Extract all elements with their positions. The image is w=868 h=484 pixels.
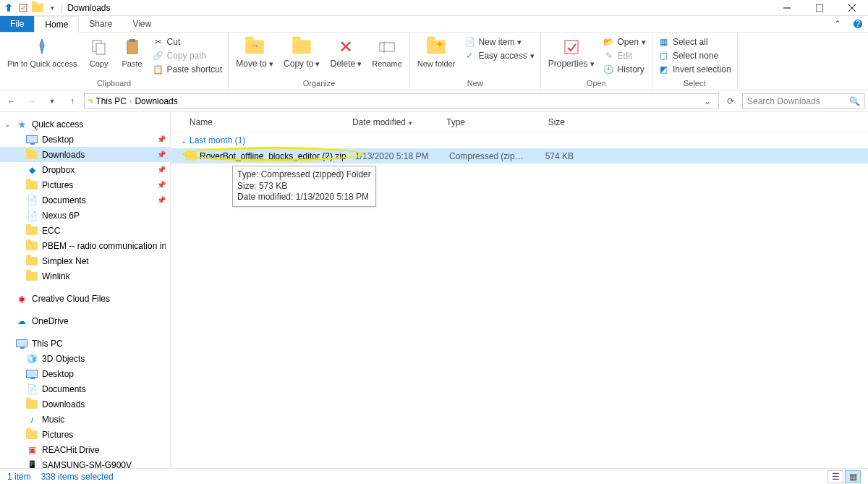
paste-button[interactable]: Paste bbox=[116, 34, 148, 69]
easy-access-button[interactable]: ✓Easy access ▾ bbox=[461, 49, 537, 62]
search-box[interactable]: Search Downloads 🔍 bbox=[742, 93, 865, 109]
ribbon: Pin to Quick access Copy Paste ✂Cut 🔗Cop… bbox=[0, 33, 868, 90]
quick-access-toolbar: ▾ bbox=[0, 2, 61, 14]
view-details-button[interactable]: ☰ bbox=[827, 470, 843, 483]
nav-documents[interactable]: 📄Documents📌 bbox=[0, 192, 170, 208]
ribbon-collapse-button[interactable]: ⌃ bbox=[827, 16, 848, 32]
status-selected-count: 338 items selected bbox=[41, 472, 114, 482]
paste-shortcut-button[interactable]: 📋Paste shortcut bbox=[150, 63, 226, 76]
nav-pc-desktop[interactable]: Desktop bbox=[0, 366, 170, 381]
nav-creative-cloud[interactable]: ◉Creative Cloud Files bbox=[0, 291, 170, 306]
nav-pc-documents[interactable]: 📄Documents bbox=[0, 381, 170, 396]
properties-button[interactable]: Properties ▾ bbox=[544, 34, 599, 70]
nav-onedrive[interactable]: ☁OneDrive bbox=[0, 313, 170, 328]
pin-icon: 📌 bbox=[157, 196, 166, 204]
history-button[interactable]: 🕘History bbox=[600, 63, 649, 76]
select-none-button[interactable]: ▢Select none bbox=[655, 49, 734, 62]
status-item-count: 1 item bbox=[7, 472, 31, 482]
svg-rect-13 bbox=[565, 41, 578, 54]
cut-button[interactable]: ✂Cut bbox=[150, 35, 226, 48]
nav-samsung[interactable]: 📱SAMSUNG-SM-G900V bbox=[0, 457, 170, 468]
breadcrumb-this-pc[interactable]: This PC bbox=[95, 96, 127, 106]
column-headers: Name Date modified▾ Type Size bbox=[171, 112, 868, 132]
nav-pbem[interactable]: PBEM -- radio communication integrati bbox=[0, 238, 170, 253]
delete-button[interactable]: ✕Delete ▾ bbox=[326, 34, 366, 70]
ribbon-group-organize: →Move to ▾ Copy to ▾ ✕Delete ▾ Rename Or… bbox=[229, 33, 410, 90]
app-icon bbox=[3, 2, 14, 14]
nav-desktop[interactable]: Desktop📌 bbox=[0, 132, 170, 147]
up-button[interactable]: ↑ bbox=[64, 93, 81, 110]
help-button[interactable]: ? bbox=[848, 16, 868, 32]
nav-this-pc[interactable]: This PC bbox=[0, 336, 170, 351]
zip-file-icon bbox=[185, 150, 197, 162]
pin-icon: 📌 bbox=[157, 181, 166, 189]
navigation-pane[interactable]: ⌄★Quick access Desktop📌 Downloads📌 ◆Drop… bbox=[0, 112, 171, 468]
nav-dropbox[interactable]: ◆Dropbox📌 bbox=[0, 162, 170, 177]
nav-quick-access[interactable]: ⌄★Quick access bbox=[0, 116, 170, 132]
file-row[interactable]: RoverBot_offline_blocks_editor (2).zip 1… bbox=[171, 148, 868, 164]
move-to-button[interactable]: →Move to ▾ bbox=[231, 34, 278, 70]
breadcrumb[interactable]: › This PC › Downloads ⌄ bbox=[84, 93, 719, 109]
file-tooltip: Type: Compressed (zipped) Folder Size: 5… bbox=[232, 166, 376, 207]
nav-simplex-net[interactable]: Simplex Net bbox=[0, 253, 170, 268]
tab-home[interactable]: Home bbox=[34, 16, 79, 33]
group-header-last-month[interactable]: ⌄Last month (1) bbox=[171, 132, 868, 148]
forward-button[interactable]: → bbox=[23, 93, 41, 110]
column-date[interactable]: Date modified▾ bbox=[346, 117, 441, 127]
pin-to-quick-access-button[interactable]: Pin to Quick access bbox=[3, 34, 82, 69]
column-name[interactable]: Name bbox=[184, 117, 346, 127]
nav-downloads[interactable]: Downloads📌 bbox=[0, 147, 170, 162]
recent-locations-button[interactable]: ▼ bbox=[43, 93, 61, 110]
minimize-button[interactable] bbox=[770, 0, 803, 16]
sort-indicator-icon: ▾ bbox=[409, 119, 412, 127]
maximize-button[interactable] bbox=[803, 0, 835, 16]
ribbon-group-select: ▦Select all ▢Select none ◩Invert selecti… bbox=[652, 33, 738, 90]
breadcrumb-dropdown[interactable]: ⌄ bbox=[699, 96, 715, 106]
new-folder-button[interactable]: ✦New folder bbox=[413, 34, 460, 69]
close-button[interactable] bbox=[835, 0, 868, 16]
nav-pictures[interactable]: Pictures📌 bbox=[0, 177, 170, 192]
breadcrumb-downloads[interactable]: Downloads bbox=[135, 96, 177, 106]
select-all-button[interactable]: ▦Select all bbox=[655, 35, 734, 48]
refresh-button[interactable]: ⟳ bbox=[722, 93, 739, 109]
invert-selection-button[interactable]: ◩Invert selection bbox=[655, 63, 734, 76]
file-size: 574 KB bbox=[525, 151, 574, 161]
nav-pc-music[interactable]: ♪Music bbox=[0, 412, 170, 427]
rename-button[interactable]: Rename bbox=[367, 34, 407, 69]
qat-folder-icon[interactable] bbox=[32, 2, 43, 14]
pin-icon: 📌 bbox=[157, 135, 166, 143]
status-bar: 1 item 338 items selected ☰ ▦ bbox=[0, 468, 868, 484]
nav-pc-downloads[interactable]: Downloads bbox=[0, 396, 170, 412]
tab-share[interactable]: Share bbox=[79, 16, 122, 32]
svg-rect-11 bbox=[380, 43, 394, 51]
address-bar: ← → ▼ ↑ › This PC › Downloads ⌄ ⟳ Search… bbox=[0, 90, 868, 112]
chevron-down-icon: ⌄ bbox=[181, 137, 187, 145]
tab-view[interactable]: View bbox=[122, 16, 161, 32]
new-item-button[interactable]: 📄New item ▾ bbox=[461, 35, 537, 48]
svg-rect-9 bbox=[127, 41, 137, 54]
back-button[interactable]: ← bbox=[3, 93, 20, 110]
qat-dropdown-icon[interactable]: ▾ bbox=[46, 2, 58, 14]
column-type[interactable]: Type bbox=[441, 117, 516, 127]
nav-ecc[interactable]: ECC bbox=[0, 223, 170, 238]
qat-properties-icon[interactable] bbox=[17, 2, 29, 14]
svg-rect-10 bbox=[129, 39, 135, 42]
copy-to-button[interactable]: Copy to ▾ bbox=[279, 34, 324, 70]
pin-icon: 📌 bbox=[157, 150, 166, 158]
nav-winlink[interactable]: Winlink bbox=[0, 268, 170, 284]
nav-nexus6p[interactable]: 📄Nexus 6P bbox=[0, 208, 170, 223]
search-placeholder: Search Downloads bbox=[747, 96, 820, 106]
column-size[interactable]: Size bbox=[516, 117, 571, 127]
view-large-icons-button[interactable]: ▦ bbox=[845, 470, 861, 483]
open-button[interactable]: 📂Open ▾ bbox=[600, 35, 649, 48]
file-date: 1/13/2020 5:18 PM bbox=[355, 151, 449, 161]
nav-reachit[interactable]: ▣REACHit Drive bbox=[0, 442, 170, 457]
tab-file[interactable]: File bbox=[0, 16, 34, 32]
edit-button[interactable]: ✎Edit bbox=[600, 49, 649, 62]
copy-button[interactable]: Copy bbox=[83, 34, 115, 69]
nav-3d-objects[interactable]: 🧊3D Objects bbox=[0, 351, 170, 366]
title-bar: ▾ | Downloads bbox=[0, 0, 868, 16]
pin-icon: 📌 bbox=[157, 166, 166, 174]
nav-pc-pictures[interactable]: Pictures bbox=[0, 427, 170, 442]
copy-path-button[interactable]: 🔗Copy path bbox=[150, 49, 226, 62]
